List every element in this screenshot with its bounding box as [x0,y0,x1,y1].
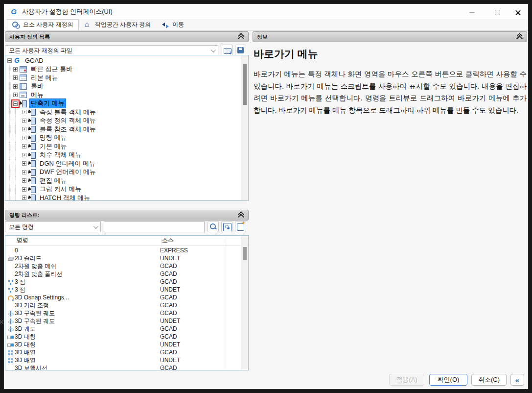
tree-item[interactable]: 단축키 메뉴 [5,99,248,108]
command-source-cell: GCAD [160,325,177,332]
tree-item[interactable]: GCAD [5,56,248,65]
maximize-button[interactable] [490,8,505,17]
collapse-customize-panel-button[interactable] [237,33,244,40]
table-row[interactable]: 3D 보행시선 GCAD [5,364,248,370]
column-header-command[interactable]: 명령 [5,236,162,245]
table-row[interactable]: 3D 구속된 궤도 GCAD [5,309,248,317]
toolbar-tab[interactable]: 작업공간 사용자 정의 [79,19,157,30]
tree-scrollbar[interactable] [241,56,248,200]
table-row[interactable]: 3D 궤도 GCAD [5,325,248,333]
customize-list-header-label: 사용자 정의 목록 [9,33,50,41]
collapse-info-panel-button[interactable] [516,33,523,40]
tree-item[interactable]: 블록 참조 객체 메뉴 [5,125,248,134]
tree-expander-icon[interactable] [22,161,26,166]
table-row[interactable]: 3 점 UNDET [5,286,248,294]
close-button[interactable] [510,8,525,17]
info-body-text: 바로가기 메뉴는 특정 객체나 화면 영역을 마우스 오른쪽 버튼으로 클릭하면… [254,68,527,116]
tree-item[interactable]: 빠른 접근 툴바 [5,65,248,74]
command-source-cell: GCAD [160,263,177,270]
column-header-source[interactable]: 소스 [162,236,226,245]
command-icon [7,311,14,317]
toolbar-tab[interactable]: 요소 사용자 재정의 [7,19,79,30]
tree-item[interactable]: 리본 메뉴 [5,74,248,82]
tree-expander-icon[interactable] [22,153,26,157]
tree-expander-icon[interactable] [22,178,26,183]
table-row[interactable]: 3D 대칭 GCAD [5,333,248,341]
table-row[interactable]: 2D 솔리드 UNDET [5,254,248,262]
table-row[interactable]: 3D 배열 UNDET [5,356,248,364]
command-name-cell: 3D 거리 조정 [15,301,160,310]
new-command-button[interactable] [235,221,246,232]
save-file-button[interactable] [235,45,246,56]
tree-expander-icon[interactable] [13,67,18,72]
tree-expander-icon[interactable] [13,75,18,80]
table-row[interactable]: 3D Osnap Settings... GCAD [5,294,248,301]
tree-expander-icon[interactable] [13,93,18,97]
maximize-icon [495,10,500,15]
tree-item[interactable]: 메뉴 [5,91,248,99]
table-row[interactable]: 3D 대칭 UNDET [5,341,248,348]
minimize-button[interactable] [464,8,479,17]
tree-expander-icon[interactable] [22,127,26,131]
tree-item[interactable]: 그립 커서 메뉴 [5,185,248,194]
command-source-cell: GCAD [160,333,177,340]
tree-scrollbar-thumb[interactable] [243,64,247,105]
tree-expander-icon[interactable] [22,196,26,200]
tree-item[interactable]: 속성 블록 객체 메뉴 [5,108,248,117]
tree-expander-icon[interactable] [13,84,18,89]
info-title: 바로가기 메뉴 [254,47,318,61]
apply-button[interactable]: 적용(A) [389,374,424,386]
table-row[interactable]: 0 EXPRESS [5,246,248,254]
command-icon [7,334,14,340]
toolbar-tab-icon [12,21,20,29]
collapse-command-panel-button[interactable] [237,212,244,219]
tree-expander-icon[interactable] [7,58,12,63]
tree-item-icon [28,135,36,141]
file-filter-select[interactable]: 모든 사용자 재정의 파일 [5,45,218,56]
save-icon [237,47,245,54]
tree-item[interactable]: 툴바 [5,82,248,91]
command-icon [7,319,14,324]
tree-expander-icon[interactable] [13,101,18,106]
toolbar-tab-label: 작업공간 사용자 정의 [95,21,151,29]
load-file-button[interactable] [222,45,233,56]
window-title: 사용자가 설정한 인터페이스(UI) [22,7,113,16]
command-filter-select[interactable]: 모든 명령 [5,221,101,232]
tree-item[interactable]: DGN 언더레이 메뉴 [5,159,248,168]
table-row[interactable]: 2차원 맞춤 메쉬 GCAD [5,262,248,270]
tree-expander-icon[interactable] [22,110,26,114]
find-in-tree-button[interactable] [221,221,232,232]
tree-item[interactable]: 속성 정의 객체 메뉴 [5,117,248,125]
table-row[interactable]: 3D 구속된 궤도 UNDET [5,317,248,325]
cancel-button[interactable]: 취소(C) [471,374,507,386]
tree-item-icon [28,186,36,193]
table-row[interactable]: 3D 배열 GCAD [5,348,248,356]
command-table-scrollbar[interactable] [241,236,248,369]
tree-item[interactable]: 편집 메뉴 [5,176,248,185]
toolbar-tab[interactable]: 이동 [156,19,189,30]
tree-expander-icon[interactable] [22,144,26,148]
table-row[interactable]: 2차원 맞춤 폴리선 GCAD [5,270,248,278]
command-search-input[interactable] [104,221,205,232]
tree-item-icon [28,126,36,132]
command-source-cell: GCAD [160,278,177,285]
tree-expander-icon[interactable] [22,170,26,174]
table-row[interactable]: 3 점 GCAD [5,278,248,286]
tree-expander-icon[interactable] [22,187,26,192]
ok-button[interactable]: 확인(O) [429,374,467,386]
collapse-dialog-button[interactable]: « [510,374,524,386]
search-button[interactable] [208,221,219,232]
tree-expander-icon[interactable] [22,119,26,123]
command-source-cell: UNDET [160,357,180,364]
tree-item[interactable]: 치수 객체 메뉴 [5,151,248,160]
tree-item[interactable]: DWF 언더레이 메뉴 [5,168,248,177]
command-icon [7,303,14,309]
title-bar: G 사용자가 설정한 인터페이스(UI) [4,4,528,19]
tree-expander-icon[interactable] [22,136,26,140]
tree-item[interactable]: HATCH 객체 메뉴 [5,194,248,201]
command-table-scrollbar-thumb[interactable] [243,247,247,260]
table-row[interactable]: 3D 거리 조정 GCAD [5,301,248,309]
command-source-cell: GCAD [160,349,177,356]
tree-item[interactable]: 명령 메뉴 [5,134,248,143]
tree-item[interactable]: 기본 메뉴 [5,142,248,151]
